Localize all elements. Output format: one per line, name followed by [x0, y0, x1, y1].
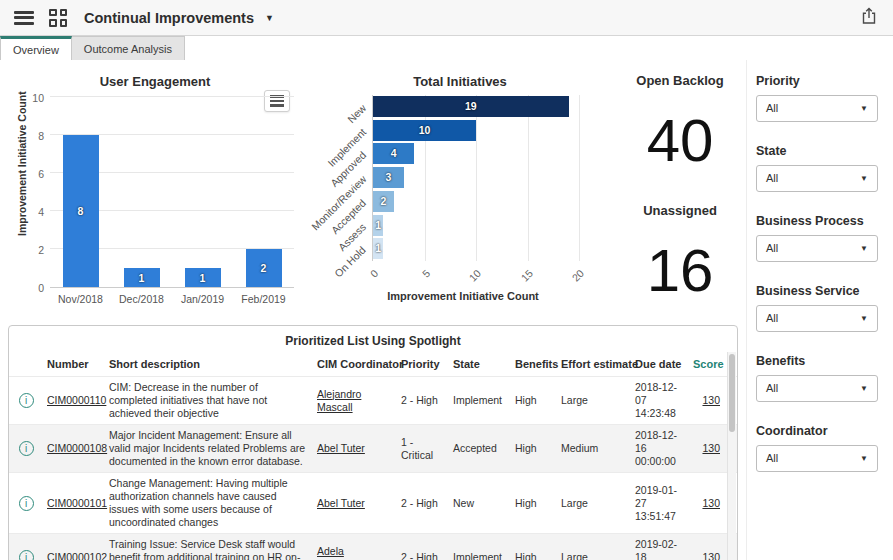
y-axis-tick: 6	[38, 168, 44, 180]
score-link[interactable]: 130	[702, 551, 720, 560]
x-axis-tick: 15	[518, 267, 535, 284]
filter-state: StateAll▼	[756, 144, 878, 192]
hamburger-menu-icon[interactable]	[14, 11, 34, 25]
tab-overview[interactable]: Overview	[0, 36, 72, 60]
due-date-text: 2019-02-18 13:24:50	[635, 538, 677, 560]
filter-dropdown[interactable]: All▼	[756, 445, 878, 472]
tab-outcome-analysis[interactable]: Outcome Analysis	[72, 36, 185, 60]
effort-text: Medium	[561, 442, 598, 454]
number-link[interactable]: CIM0000102	[47, 551, 107, 560]
filter-panel: PriorityAll▼StateAll▼Business ProcessAll…	[756, 62, 878, 494]
gridline	[476, 95, 477, 261]
bar-value-label: 10	[373, 124, 476, 136]
table-row[interactable]: iCIM0000102Training Issue: Service Desk …	[9, 533, 737, 560]
bar-value-label: 3	[373, 171, 404, 183]
x-axis-category-label: Dec/2018	[111, 293, 172, 305]
cell-priority: 2 - High	[397, 394, 449, 407]
chart-title: Total Initiatives	[308, 74, 612, 89]
cell-state: Implement	[449, 394, 511, 407]
info-icon[interactable]: i	[19, 550, 34, 560]
filter-dropdown[interactable]: All▼	[756, 165, 878, 192]
coordinator-link[interactable]: Alejandro Mascall	[317, 388, 361, 413]
y-axis-tick: 8	[38, 130, 44, 142]
x-axis-category-label: Feb/2019	[233, 293, 294, 305]
y-axis-tick: 0	[38, 282, 44, 294]
score-link[interactable]: 130	[702, 442, 720, 454]
info-icon[interactable]: i	[19, 496, 34, 511]
short-description-text: CIM: Decrease in the number of completed…	[109, 381, 267, 419]
score-link[interactable]: 130	[702, 394, 720, 406]
filter-label: Priority	[756, 74, 878, 88]
header-cell-short-description[interactable]: Short description	[105, 358, 313, 370]
bar-approved[interactable]: 4	[373, 143, 414, 164]
filter-dropdown[interactable]: All▼	[756, 95, 878, 122]
cell-coordinator: Abel Tuter	[313, 497, 397, 510]
bar-on-hold[interactable]: 1	[373, 238, 383, 259]
bar-new[interactable]: 19	[373, 96, 569, 117]
share-button[interactable]	[859, 5, 879, 30]
cell-due-date: 2018-12-16 00:00:00	[631, 429, 689, 468]
coordinator-link[interactable]: Abel Tuter	[317, 442, 365, 454]
total-initiatives-plot: 191043211	[372, 95, 578, 261]
table-row[interactable]: iCIM0000108Major Incident Management: En…	[9, 424, 737, 472]
header-cell-number[interactable]: Number	[43, 358, 105, 370]
number-link[interactable]: CIM0000110	[47, 394, 106, 406]
table-row[interactable]: iCIM0000110CIM: Decrease in the number o…	[9, 376, 737, 424]
header-cell-cim-coordinator[interactable]: CIM Coordinator	[313, 358, 397, 370]
cell-effort: Large	[557, 394, 631, 407]
filter-dropdown[interactable]: All▼	[756, 375, 878, 402]
scrollbar-thumb[interactable]	[729, 354, 735, 432]
cell-priority: 1 - Critical	[397, 436, 449, 462]
header-cell-due-date[interactable]: Due date	[631, 358, 689, 370]
dashboard-title[interactable]: Continual Improvements	[84, 10, 254, 26]
filter-dropdown[interactable]: All▼	[756, 305, 878, 332]
info-icon[interactable]: i	[19, 393, 34, 408]
bar-monitor-review[interactable]: 3	[373, 167, 404, 188]
bar-feb-2019[interactable]: 2	[246, 249, 282, 287]
header-cell-priority[interactable]: Priority	[397, 358, 449, 370]
y-axis-tick: 10	[32, 92, 44, 104]
bar-value-label: 1	[373, 242, 383, 254]
cell-priority: 2 - High	[397, 551, 449, 560]
table-row[interactable]: iCIM0000101Change Management: Having mul…	[9, 472, 737, 533]
bar-value-label: 2	[373, 195, 394, 207]
cell-short-description: Change Management: Having multiple autho…	[105, 477, 313, 529]
bar-value-label: 4	[373, 147, 414, 159]
number-link[interactable]: CIM0000108	[47, 442, 107, 454]
cell-effort: Large	[557, 551, 631, 560]
bar-jan-2019[interactable]: 1	[185, 268, 221, 287]
bar-dec-2018[interactable]: 1	[124, 268, 160, 287]
filter-selected-value: All	[766, 452, 778, 464]
gridline	[50, 96, 294, 97]
filter-business-service: Business ServiceAll▼	[756, 284, 878, 332]
state-text: Accepted	[453, 442, 497, 454]
cell-number: CIM0000108	[43, 442, 105, 455]
filter-label: Business Process	[756, 214, 878, 228]
header-cell-benefits[interactable]: Benefits	[511, 358, 557, 370]
app-grid-icon[interactable]	[49, 9, 67, 27]
coordinator-link[interactable]: Abel Tuter	[317, 497, 365, 509]
effort-text: Large	[561, 394, 588, 406]
bar-assess[interactable]: 1	[373, 215, 383, 236]
cell-due-date: 2018-12-07 14:23:48	[631, 381, 689, 420]
cell-benefits: High	[511, 442, 557, 455]
bar-nov-2018[interactable]: 8	[63, 135, 99, 287]
cell-coordinator: Alejandro Mascall	[313, 388, 397, 414]
score-link[interactable]: 130	[702, 497, 720, 509]
chevron-down-icon[interactable]: ▼	[265, 13, 274, 23]
cell-number: CIM0000101	[43, 497, 105, 510]
header-cell-score[interactable]: Score▼	[689, 358, 728, 370]
filter-dropdown[interactable]: All▼	[756, 235, 878, 262]
filter-business-process: Business ProcessAll▼	[756, 214, 878, 262]
state-text: Implement	[453, 394, 502, 406]
coordinator-link[interactable]: Adela Cervantsz	[317, 545, 364, 560]
bar-accepted[interactable]: 2	[373, 191, 394, 212]
table-scrollbar[interactable]	[727, 352, 736, 560]
bar-implement[interactable]: 10	[373, 120, 476, 141]
header-cell-state[interactable]: State	[449, 358, 511, 370]
short-description-text: Training Issue: Service Desk staff would…	[109, 538, 300, 560]
due-date-text: 2018-12-16 00:00:00	[635, 429, 677, 467]
number-link[interactable]: CIM0000101	[47, 497, 107, 509]
header-cell-effort-estimate[interactable]: Effort estimate	[557, 358, 631, 370]
info-icon[interactable]: i	[19, 441, 34, 456]
